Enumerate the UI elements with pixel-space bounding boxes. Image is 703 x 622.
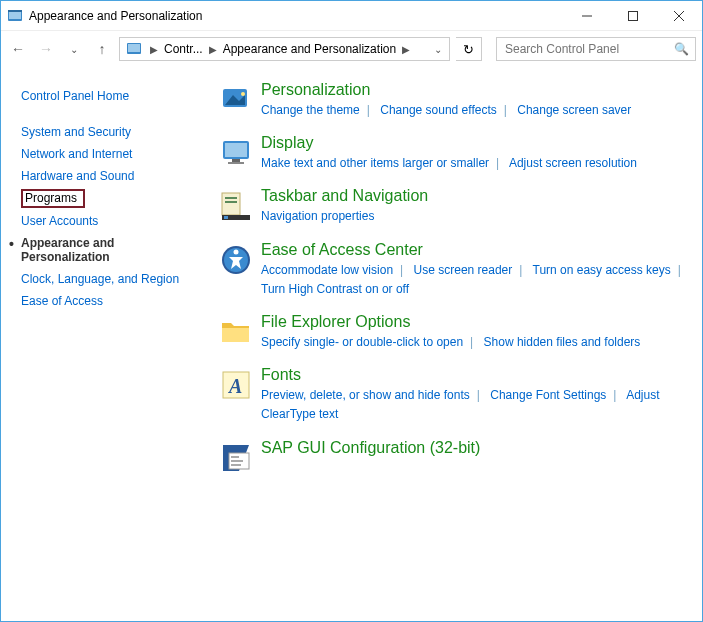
svg-rect-27 [231, 456, 239, 458]
back-button[interactable]: ← [7, 41, 29, 57]
link-hidden-files[interactable]: Show hidden files and folders [484, 335, 641, 349]
sap-gui-icon [219, 439, 261, 475]
refresh-button[interactable]: ↻ [456, 37, 482, 61]
personalization-icon [219, 81, 261, 120]
sidebar-home[interactable]: Control Panel Home [21, 85, 201, 107]
sidebar-item-system-security[interactable]: System and Security [21, 121, 201, 143]
breadcrumb-current[interactable]: Appearance and Personalization [221, 42, 398, 56]
link-screen-reader[interactable]: Use screen reader [414, 263, 513, 277]
control-panel-icon [126, 41, 142, 57]
svg-rect-13 [225, 143, 247, 157]
sidebar-item-appearance-personalization[interactable]: Appearance and Personalization [21, 232, 201, 268]
svg-rect-18 [225, 201, 237, 203]
link-easy-access-keys[interactable]: Turn on easy access keys [533, 263, 671, 277]
sidebar-item-user-accounts[interactable]: User Accounts [21, 210, 201, 232]
category-taskbar: Taskbar and Navigation Navigation proper… [219, 187, 690, 226]
svg-point-11 [241, 92, 245, 96]
svg-rect-8 [128, 44, 140, 52]
titlebar: Appearance and Personalization [1, 1, 702, 31]
window-title: Appearance and Personalization [29, 9, 202, 23]
category-title[interactable]: File Explorer Options [261, 313, 410, 331]
link-font-settings[interactable]: Change Font Settings [490, 388, 606, 402]
link-change-sound[interactable]: Change sound effects [380, 103, 497, 117]
ease-of-access-icon [219, 241, 261, 299]
chevron-right-icon[interactable]: ▶ [146, 44, 162, 55]
category-title[interactable]: SAP GUI Configuration (32-bit) [261, 439, 480, 457]
category-sap-gui: SAP GUI Configuration (32-bit) [219, 439, 690, 475]
svg-rect-20 [224, 216, 228, 219]
category-fonts: A Fonts Preview, delete, or show and hid… [219, 366, 690, 424]
category-personalization: Personalization Change the theme| Change… [219, 81, 690, 120]
sidebar-item-clock-language-region[interactable]: Clock, Language, and Region [21, 268, 201, 290]
category-title[interactable]: Taskbar and Navigation [261, 187, 428, 205]
category-display: Display Make text and other items larger… [219, 134, 690, 173]
svg-text:A: A [227, 375, 242, 397]
svg-point-23 [234, 249, 239, 254]
link-change-theme[interactable]: Change the theme [261, 103, 360, 117]
sidebar-item-ease-of-access[interactable]: Ease of Access [21, 290, 201, 312]
link-text-size[interactable]: Make text and other items larger or smal… [261, 156, 489, 170]
svg-rect-15 [228, 162, 244, 164]
folder-icon [219, 313, 261, 352]
control-panel-icon [7, 8, 23, 24]
maximize-button[interactable] [610, 1, 656, 31]
search-icon[interactable]: 🔍 [674, 42, 689, 56]
breadcrumb-root[interactable]: Contr... [162, 42, 205, 56]
chevron-right-icon[interactable]: ▶ [205, 44, 221, 55]
sidebar-item-network-internet[interactable]: Network and Internet [21, 143, 201, 165]
toolbar: ← → ⌄ ↑ ▶ Contr... ▶ Appearance and Pers… [1, 31, 702, 67]
address-bar[interactable]: ▶ Contr... ▶ Appearance and Personalizat… [119, 37, 450, 61]
address-dropdown[interactable]: ⌄ [429, 44, 447, 55]
search-input[interactable] [503, 41, 663, 57]
link-low-vision[interactable]: Accommodate low vision [261, 263, 393, 277]
link-preview-fonts[interactable]: Preview, delete, or show and hide fonts [261, 388, 470, 402]
link-navigation-properties[interactable]: Navigation properties [261, 209, 374, 223]
display-icon [219, 134, 261, 173]
sidebar: Control Panel Home System and Security N… [1, 67, 211, 621]
category-title[interactable]: Personalization [261, 81, 370, 99]
category-file-explorer: File Explorer Options Specify single- or… [219, 313, 690, 352]
minimize-button[interactable] [564, 1, 610, 31]
link-high-contrast[interactable]: Turn High Contrast on or off [261, 282, 409, 296]
category-title[interactable]: Display [261, 134, 313, 152]
sidebar-item-hardware-sound[interactable]: Hardware and Sound [21, 165, 201, 187]
category-title[interactable]: Fonts [261, 366, 301, 384]
search-box[interactable]: 🔍 [496, 37, 696, 61]
svg-rect-28 [231, 460, 243, 462]
link-resolution[interactable]: Adjust screen resolution [509, 156, 637, 170]
highlight-annotation: Programs [21, 189, 85, 208]
svg-rect-14 [232, 159, 240, 162]
svg-rect-16 [222, 193, 240, 215]
link-change-screensaver[interactable]: Change screen saver [517, 103, 631, 117]
sidebar-item-programs[interactable]: Programs [21, 187, 201, 210]
category-ease-of-access: Ease of Access Center Accommodate low vi… [219, 241, 690, 299]
up-button[interactable]: ↑ [91, 41, 113, 57]
svg-rect-2 [8, 10, 22, 12]
svg-rect-29 [231, 464, 241, 466]
taskbar-icon [219, 187, 261, 226]
svg-rect-17 [225, 197, 237, 199]
recent-locations-dropdown[interactable]: ⌄ [63, 44, 85, 55]
svg-rect-1 [9, 11, 21, 19]
forward-button: → [35, 41, 57, 57]
chevron-right-icon[interactable]: ▶ [398, 44, 414, 55]
category-title[interactable]: Ease of Access Center [261, 241, 423, 259]
main-content: Personalization Change the theme| Change… [211, 67, 702, 621]
close-button[interactable] [656, 1, 702, 31]
svg-rect-4 [629, 11, 638, 20]
link-click-open[interactable]: Specify single- or double-click to open [261, 335, 463, 349]
fonts-icon: A [219, 366, 261, 424]
